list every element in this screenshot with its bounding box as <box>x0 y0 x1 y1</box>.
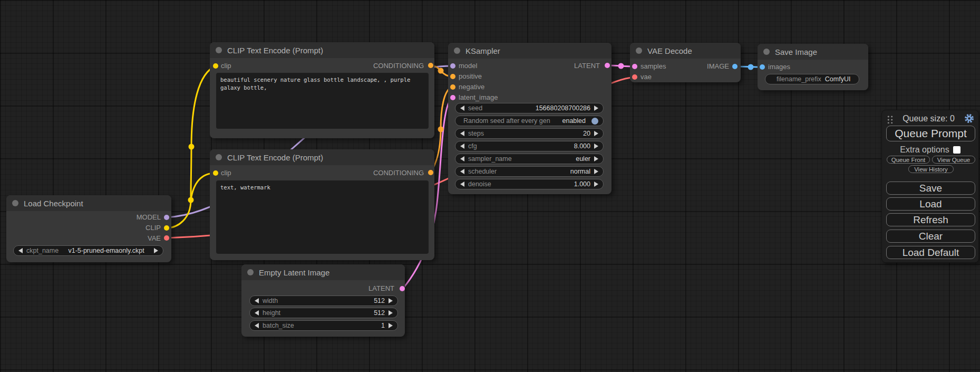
increment-arrow-icon[interactable] <box>389 310 393 316</box>
node-header[interactable]: CLIP Text Encode (Prompt) <box>210 42 434 58</box>
collapse-dot-icon[interactable] <box>763 49 770 55</box>
queue-prompt-button[interactable]: Queue Prompt <box>886 126 975 141</box>
node-header[interactable]: KSampler <box>448 43 612 59</box>
input-slot-model[interactable] <box>450 63 455 69</box>
input-label-positive: positive <box>459 72 482 81</box>
node-vae-decode[interactable]: VAE Decode samples vae IMAGE <box>630 43 741 82</box>
output-slot-image[interactable] <box>732 64 738 69</box>
reroute-dot[interactable] <box>438 127 444 132</box>
node-graph-canvas[interactable]: Load Checkpoint MODEL CLIP VAE ckpt_name… <box>0 0 980 372</box>
reroute-dot[interactable] <box>618 63 624 69</box>
input-slot-negative[interactable] <box>450 84 455 90</box>
widget-label: denoise <box>468 180 491 188</box>
view-history-button[interactable]: View History <box>908 165 954 173</box>
input-slot-images[interactable] <box>760 64 765 70</box>
queue-panel[interactable]: Queue size: 0 Queue Prompt Extra options… <box>881 110 979 263</box>
decrement-arrow-icon[interactable] <box>460 131 464 136</box>
increment-arrow-icon[interactable] <box>389 323 393 328</box>
width-widget[interactable]: width 512 <box>249 295 398 306</box>
batch-size-widget[interactable]: batch_size 1 <box>249 320 398 331</box>
increment-arrow-icon[interactable] <box>594 182 598 187</box>
collapse-dot-icon[interactable] <box>636 47 642 54</box>
height-widget[interactable]: height 512 <box>249 308 398 318</box>
collapse-dot-icon[interactable] <box>216 47 222 53</box>
random-seed-toggle[interactable]: Random seed after every gen enabled <box>455 116 604 126</box>
input-slot-vae[interactable] <box>632 74 637 80</box>
denoise-widget[interactable]: denoise 1.000 <box>455 179 604 189</box>
load-default-button[interactable]: Load Default <box>886 246 975 259</box>
clear-button[interactable]: Clear <box>886 230 975 243</box>
collapse-dot-icon[interactable] <box>12 200 18 206</box>
decrement-arrow-icon[interactable] <box>460 182 464 187</box>
node-save-image[interactable]: Save Image images filename_prefix ComfyU… <box>758 44 868 90</box>
seed-widget[interactable]: seed 156680208700286 <box>455 103 604 113</box>
decrement-arrow-icon[interactable] <box>255 310 259 316</box>
output-slot-conditioning[interactable] <box>428 63 433 68</box>
node-header[interactable]: Empty Latent Image <box>241 264 405 280</box>
input-slot-latent-image[interactable] <box>450 95 455 100</box>
reroute-dot[interactable] <box>189 144 195 150</box>
node-empty-latent-image[interactable]: Empty Latent Image LATENT width 512 heig… <box>241 264 405 337</box>
decrement-arrow-icon[interactable] <box>460 144 464 149</box>
decrement-arrow-icon[interactable] <box>18 248 23 253</box>
node-clip-text-encode-positive[interactable]: CLIP Text Encode (Prompt) clip CONDITION… <box>210 42 434 138</box>
queue-front-button[interactable]: Queue Front <box>887 156 930 164</box>
decrement-arrow-icon[interactable] <box>460 106 464 111</box>
node-header[interactable]: VAE Decode <box>630 43 741 59</box>
node-clip-text-encode-negative[interactable]: CLIP Text Encode (Prompt) clip CONDITION… <box>210 149 434 260</box>
decrement-arrow-icon[interactable] <box>255 323 259 328</box>
steps-widget[interactable]: steps 20 <box>455 128 604 139</box>
view-queue-button[interactable]: View Queue <box>932 156 975 164</box>
toggle-enabled-icon[interactable] <box>591 118 598 125</box>
prompt-text-input[interactable]: text, watermark <box>216 180 429 254</box>
input-label-model: model <box>459 62 477 70</box>
output-slot-vae[interactable] <box>164 235 169 241</box>
input-slot-clip[interactable] <box>213 170 218 176</box>
increment-arrow-icon[interactable] <box>594 106 598 111</box>
increment-arrow-icon[interactable] <box>594 144 598 149</box>
load-button[interactable]: Load <box>886 197 975 211</box>
reroute-dot[interactable] <box>748 64 754 70</box>
input-slot-clip[interactable] <box>213 63 218 69</box>
reroute-dot[interactable] <box>438 68 444 74</box>
node-load-checkpoint[interactable]: Load Checkpoint MODEL CLIP VAE ckpt_name… <box>6 195 171 262</box>
input-slot-positive[interactable] <box>450 74 455 79</box>
ckpt-name-widget[interactable]: ckpt_name v1-5-pruned-emaonly.ckpt <box>13 245 163 256</box>
decrement-arrow-icon[interactable] <box>460 169 464 174</box>
widget-label: ckpt_name <box>26 247 59 254</box>
save-button[interactable]: Save <box>886 182 975 195</box>
node-ksampler[interactable]: KSampler model positive negative latent_… <box>448 43 612 194</box>
output-slot-latent[interactable] <box>400 286 405 291</box>
cfg-widget[interactable]: cfg 8.000 <box>455 141 604 151</box>
output-slot-clip[interactable] <box>164 225 169 231</box>
decrement-arrow-icon[interactable] <box>460 156 464 161</box>
collapse-dot-icon[interactable] <box>247 269 254 275</box>
node-title: CLIP Text Encode (Prompt) <box>227 153 323 162</box>
output-slot-latent[interactable] <box>605 63 610 68</box>
gear-icon[interactable] <box>964 113 974 123</box>
refresh-button[interactable]: Refresh <box>886 213 975 226</box>
drag-handle-icon[interactable] <box>886 115 893 123</box>
prompt-text-input[interactable]: beautiful scenery nature glass bottle la… <box>216 73 429 129</box>
node-header[interactable]: CLIP Text Encode (Prompt) <box>210 149 434 165</box>
widget-label: Random seed after every gen <box>463 117 550 125</box>
increment-arrow-icon[interactable] <box>389 298 393 303</box>
sampler-name-widget[interactable]: sampler_name euler <box>455 154 604 164</box>
output-slot-conditioning[interactable] <box>428 170 433 175</box>
reroute-dot[interactable] <box>188 197 194 203</box>
collapse-dot-icon[interactable] <box>216 154 222 160</box>
increment-arrow-icon[interactable] <box>594 131 598 136</box>
input-slot-samples[interactable] <box>632 64 637 69</box>
widget-value: ComfyUI <box>825 75 851 83</box>
increment-arrow-icon[interactable] <box>594 156 598 161</box>
scheduler-widget[interactable]: scheduler normal <box>455 166 604 177</box>
output-slot-model[interactable] <box>164 215 169 220</box>
filename-prefix-widget[interactable]: filename_prefix ComfyUI <box>765 74 859 84</box>
extra-options-checkbox[interactable] <box>953 146 960 154</box>
collapse-dot-icon[interactable] <box>454 47 460 54</box>
increment-arrow-icon[interactable] <box>154 248 158 253</box>
decrement-arrow-icon[interactable] <box>255 298 259 303</box>
increment-arrow-icon[interactable] <box>594 169 598 174</box>
node-header[interactable]: Save Image <box>758 44 868 60</box>
node-header[interactable]: Load Checkpoint <box>6 195 171 211</box>
